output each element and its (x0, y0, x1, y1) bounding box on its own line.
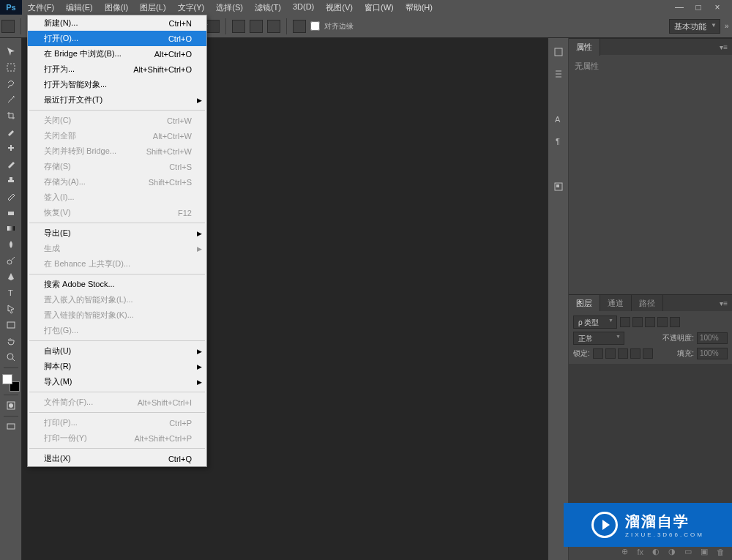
menu-type[interactable]: 文字(Y) (172, 0, 211, 15)
link-layers-icon[interactable]: ⊕ (621, 547, 628, 556)
gradient-tool[interactable] (3, 221, 19, 236)
paths-tab[interactable]: 路径 (632, 295, 663, 312)
file-menu-item[interactable]: 最近打开文件(T)▶ (28, 92, 206, 108)
menu-layer[interactable]: 图层(L) (134, 0, 171, 15)
expand-panels-icon[interactable]: » (725, 22, 731, 30)
opacity-input[interactable]: 100% (697, 332, 728, 344)
menu-separator (29, 412, 205, 413)
menu-separator (29, 448, 205, 449)
history-brush-tool[interactable] (3, 189, 19, 204)
close-button[interactable]: × (709, 1, 726, 13)
svg-rect-3 (8, 212, 14, 215)
panel-menu-icon[interactable]: ▾≡ (720, 43, 728, 51)
svg-rect-0 (7, 64, 15, 71)
eyedropper-tool[interactable] (3, 124, 19, 139)
layer-filter-icons[interactable] (620, 317, 680, 327)
menu-edit[interactable]: 编辑(E) (60, 0, 99, 15)
menu-file[interactable]: 文件(F) (22, 0, 60, 15)
character-panel-icon[interactable]: A (552, 113, 565, 126)
menu-item-label: 搜索 Adobe Stock... (44, 279, 115, 290)
gear-icon[interactable] (293, 20, 306, 33)
align-left-icon[interactable] (232, 20, 245, 33)
file-menu-item[interactable]: 新建(N)...Ctrl+N (28, 15, 206, 31)
eraser-tool[interactable] (3, 205, 19, 220)
svg-point-5 (7, 260, 12, 264)
paragraph-panel-icon[interactable]: ¶ (552, 135, 565, 148)
minimize-button[interactable]: — (671, 1, 688, 13)
menu-item-shortcut: Alt+Ctrl+W (153, 132, 192, 141)
magic-wand-tool[interactable] (3, 92, 19, 107)
crop-tool[interactable] (3, 108, 19, 123)
align-right-icon[interactable] (267, 20, 280, 33)
layer-filter-kind[interactable]: ρ 类型 (573, 316, 617, 329)
file-menu-item[interactable]: 导入(M)▶ (28, 374, 206, 389)
hand-tool[interactable] (3, 334, 19, 348)
channels-tab[interactable]: 通道 (600, 295, 632, 312)
menu-item-label: 文件简介(F)... (44, 397, 93, 408)
quick-mask-tool[interactable] (3, 398, 19, 413)
menu-help[interactable]: 帮助(H) (400, 0, 438, 15)
healing-tool[interactable] (3, 141, 19, 155)
menu-image[interactable]: 图像(I) (99, 0, 134, 15)
file-menu-item[interactable]: 自动(U)▶ (28, 343, 206, 359)
menu-item-shortcut: Ctrl+S (169, 163, 192, 171)
menu-item-label: 置入链接的智能对象(K)... (44, 310, 134, 321)
menu-item-shortcut: Ctrl+P (169, 419, 192, 428)
brush-tool[interactable] (3, 157, 19, 171)
file-menu-item[interactable]: 脚本(R)▶ (28, 359, 206, 374)
lasso-tool[interactable] (3, 76, 19, 91)
navigator-panel-icon[interactable] (552, 180, 565, 193)
tool-preset-icon[interactable] (1, 20, 15, 33)
menu-item-label: 关闭(C) (44, 115, 71, 126)
screen-mode-tool[interactable] (3, 419, 19, 434)
mask-icon[interactable]: ◐ (652, 547, 660, 556)
menu-separator (29, 274, 205, 275)
file-menu-item: 关闭全部Alt+Ctrl+W (28, 128, 206, 143)
layers-tab[interactable]: 图层 (569, 295, 600, 312)
fill-input[interactable]: 100% (697, 348, 728, 359)
submenu-arrow-icon: ▶ (197, 363, 202, 370)
properties-tab[interactable]: 属性 (569, 39, 600, 56)
menu-3d[interactable]: 3D(D) (287, 0, 320, 15)
file-menu-item[interactable]: 打开(O)...Ctrl+O (28, 31, 206, 46)
path-select-tool[interactable] (3, 302, 19, 316)
swatches-panel-icon[interactable] (552, 67, 565, 81)
blend-mode-select[interactable]: 正常 (573, 332, 624, 345)
menu-window[interactable]: 窗口(W) (359, 0, 400, 15)
workspace-dropdown[interactable]: 基本功能 (669, 19, 720, 34)
file-menu-item[interactable]: 打开为...Alt+Shift+Ctrl+O (28, 61, 206, 77)
group-icon[interactable]: ▭ (684, 547, 692, 556)
history-panel-icon[interactable] (552, 45, 565, 59)
align-edges-checkbox[interactable] (310, 21, 320, 31)
fg-bg-colors[interactable] (2, 374, 20, 392)
file-menu-item[interactable]: 打开为智能对象... (28, 77, 206, 92)
zoom-tool[interactable] (3, 350, 19, 365)
file-menu-item[interactable]: 在 Bridge 中浏览(B)...Alt+Ctrl+O (28, 46, 206, 61)
layers-menu-icon[interactable]: ▾≡ (720, 299, 728, 307)
delete-layer-icon[interactable]: 🗑 (717, 548, 725, 556)
new-layer-icon[interactable]: ▣ (701, 547, 708, 556)
pen-tool[interactable] (3, 269, 19, 284)
rectangle-tool[interactable] (3, 318, 19, 332)
menu-view[interactable]: 视图(V) (320, 0, 359, 15)
move-tool[interactable] (3, 44, 19, 59)
menu-item-label: 关闭并转到 Bridge... (44, 146, 116, 157)
restore-button[interactable]: □ (690, 1, 707, 13)
menu-select[interactable]: 选择(S) (210, 0, 249, 15)
lock-icons[interactable] (593, 348, 653, 359)
adjustment-icon[interactable]: ◑ (668, 547, 676, 556)
dodge-tool[interactable] (3, 253, 19, 268)
menu-filter[interactable]: 滤镜(T) (249, 0, 287, 15)
stamp-tool[interactable] (3, 173, 19, 187)
window-controls: — □ × (671, 1, 726, 13)
marquee-tool[interactable] (3, 60, 19, 75)
menu-item-label: 在 Bridge 中浏览(B)... (44, 48, 122, 59)
blur-tool[interactable] (3, 237, 19, 252)
menu-item-shortcut: F12 (178, 209, 192, 217)
file-menu-item[interactable]: 退出(X)Ctrl+Q (28, 451, 206, 466)
type-tool[interactable]: T (3, 285, 19, 300)
align-center-icon[interactable] (250, 20, 263, 33)
file-menu-item[interactable]: 搜索 Adobe Stock... (28, 277, 206, 292)
fx-icon[interactable]: fx (637, 548, 643, 556)
file-menu-item[interactable]: 导出(E)▶ (28, 225, 206, 241)
